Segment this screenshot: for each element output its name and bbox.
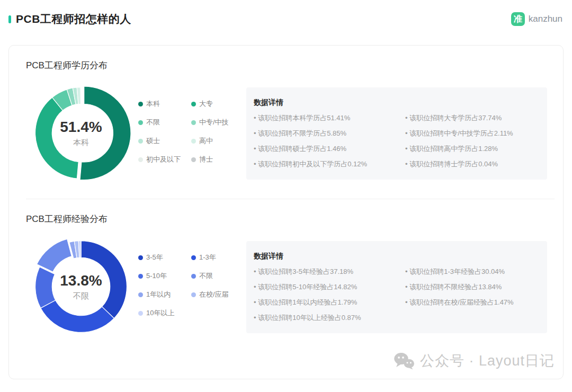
legend-item-中专/中技[interactable]: 中专/中技 (191, 118, 240, 127)
details-column: 该职位招聘大专学历占37.74%该职位招聘中专/中技学历占2.11%该职位招聘高… (405, 113, 513, 169)
donut-slice-不限[interactable] (37, 239, 72, 272)
detail-item: 该职位招聘硕士学历占1.46% (254, 144, 405, 154)
title-wrap: PCB工程师招怎样的人 (8, 12, 131, 26)
education-donut-chart[interactable]: 51.4% 本科 (30, 82, 132, 184)
legend-label: 1-3年 (199, 253, 216, 262)
legend-dot (191, 102, 196, 106)
detail-item: 该职位招聘3-5年经验占37.18% (254, 267, 405, 277)
watermark: 公众号 · Layout日记 (394, 351, 555, 370)
kanzhun-brand-text: kanzhun (529, 14, 562, 24)
education-donut-svg[interactable] (30, 82, 132, 184)
detail-item: 该职位招聘在校/应届经验占1.47% (405, 298, 514, 307)
legend-label: 不限 (146, 118, 160, 127)
detail-item: 该职位招聘1年以内经验占1.79% (254, 298, 405, 307)
details-column: 该职位招聘1-3年经验占30.04%该职位招聘不限经验占13.84%该职位招聘在… (405, 267, 514, 323)
kanzhun-logo-icon: 准 (511, 12, 525, 26)
detail-item: 该职位招聘博士学历占0.04% (405, 159, 513, 169)
detail-item: 该职位招聘5-10年经验占14.82% (254, 282, 405, 292)
legend-dot (191, 274, 196, 279)
experience-donut-svg[interactable] (30, 236, 132, 337)
legend-label: 大专 (199, 99, 213, 109)
legend-dot (138, 102, 143, 106)
legend-dot (138, 311, 143, 316)
experience-details-list: 该职位招聘3-5年经验占37.18%该职位招聘5-10年经验占14.82%该职位… (254, 267, 541, 323)
donut-slice-本科[interactable] (80, 86, 131, 180)
legend-dot (138, 274, 143, 279)
legend-dot (191, 292, 196, 297)
legend-dot (191, 120, 196, 125)
legend-item-大专[interactable]: 大专 (191, 99, 240, 109)
legend-label: 3-5年 (146, 253, 163, 262)
page-header: PCB工程师招怎样的人 准 kanzhun (0, 0, 572, 26)
legend-column: 3-5年5-10年1年以内10年以上 (138, 253, 187, 318)
legend-dot (191, 139, 196, 144)
education-section: PCB工程师学历分布 51.4% 本科 本科不限硕士初中及以下大专中专/中技高中… (9, 46, 563, 184)
experience-legend: 3-5年5-10年1年以内10年以上1-3年不限在校/应届 (138, 236, 243, 318)
legend-item-本科[interactable]: 本科 (138, 99, 187, 109)
legend-item-1年以内[interactable]: 1年以内 (138, 290, 187, 299)
experience-details-panel: 数据详情 该职位招聘3-5年经验占37.18%该职位招聘5-10年经验占14.8… (246, 241, 547, 333)
legend-item-不限[interactable]: 不限 (138, 118, 187, 127)
detail-item: 该职位招聘1-3年经验占30.04% (405, 267, 514, 277)
legend-dot (138, 255, 143, 260)
donut-slice-5-10年[interactable] (35, 267, 56, 308)
legend-label: 初中及以下 (146, 155, 181, 164)
education-details-list: 该职位招聘本科学历占51.41%该职位招聘不限学历占5.85%该职位招聘硕士学历… (254, 113, 541, 169)
legend-dot (138, 139, 143, 144)
legend-dot (138, 292, 143, 297)
donut-slice-大专[interactable] (35, 97, 79, 179)
legend-label: 10年以上 (146, 308, 174, 318)
details-column: 该职位招聘本科学历占51.41%该职位招聘不限学历占5.85%该职位招聘硕士学历… (254, 113, 405, 169)
title-accent-bar (8, 15, 11, 23)
legend-item-高中[interactable]: 高中 (191, 136, 240, 146)
wechat-icon (394, 352, 415, 370)
legend-label: 不限 (199, 271, 213, 281)
legend-item-初中及以下[interactable]: 初中及以下 (138, 155, 187, 164)
legend-item-博士[interactable]: 博士 (191, 155, 240, 164)
page-title: PCB工程师招怎样的人 (16, 12, 131, 26)
education-details-panel: 数据详情 该职位招聘本科学历占51.41%该职位招聘不限学历占5.85%该职位招… (246, 87, 547, 180)
education-legend: 本科不限硕士初中及以下大专中专/中技高中博士 (138, 82, 243, 164)
legend-dot (191, 157, 196, 162)
donut-slice-3-5年[interactable] (81, 241, 127, 318)
legend-item-硕士[interactable]: 硕士 (138, 136, 187, 146)
legend-label: 5-10年 (146, 271, 167, 281)
legend-label: 中专/中技 (199, 118, 229, 127)
legend-item-在校/应届[interactable]: 在校/应届 (191, 290, 240, 299)
legend-column: 1-3年不限在校/应届 (191, 253, 240, 318)
report-card: PCB工程师学历分布 51.4% 本科 本科不限硕士初中及以下大专中专/中技高中… (8, 45, 564, 379)
legend-item-10年以上[interactable]: 10年以上 (138, 308, 187, 318)
legend-item-1-3年[interactable]: 1-3年 (191, 253, 240, 262)
legend-column: 本科不限硕士初中及以下 (138, 99, 187, 164)
detail-item: 该职位招聘中专/中技学历占2.11% (405, 129, 513, 138)
legend-item-5-10年[interactable]: 5-10年 (138, 271, 187, 281)
legend-dot (138, 157, 143, 162)
legend-label: 高中 (199, 136, 213, 146)
watermark-text: 公众号 · Layout日记 (420, 351, 555, 370)
experience-section: PCB工程师经验分布 13.8% 不限 3-5年5-10年1年以内10年以上1-… (9, 199, 563, 337)
legend-label: 硕士 (146, 136, 160, 146)
experience-chart-row: 13.8% 不限 3-5年5-10年1年以内10年以上1-3年不限在校/应届 数… (26, 236, 547, 337)
detail-item: 该职位招聘初中及以下学历占0.12% (254, 159, 405, 169)
kanzhun-logo: 准 kanzhun (511, 12, 562, 26)
legend-item-不限[interactable]: 不限 (191, 271, 240, 281)
legend-label: 博士 (199, 155, 213, 164)
legend-column: 大专中专/中技高中博士 (191, 99, 240, 164)
detail-item: 该职位招聘10年以上经验占0.87% (254, 313, 405, 323)
legend-dot (191, 255, 196, 260)
legend-label: 在校/应届 (199, 290, 229, 299)
detail-item: 该职位招聘高中学历占1.28% (405, 144, 513, 154)
education-chart-row: 51.4% 本科 本科不限硕士初中及以下大专中专/中技高中博士 数据详情 该职位… (26, 82, 547, 184)
legend-label: 1年以内 (146, 290, 171, 299)
details-title: 数据详情 (254, 98, 541, 108)
legend-label: 本科 (146, 99, 160, 109)
detail-item: 该职位招聘不限经验占13.84% (405, 282, 514, 292)
details-title: 数据详情 (254, 252, 541, 261)
detail-item: 该职位招聘不限学历占5.85% (254, 129, 405, 138)
detail-item: 该职位招聘大专学历占37.74% (405, 113, 513, 123)
experience-section-title: PCB工程师经验分布 (26, 213, 547, 225)
education-section-title: PCB工程师学历分布 (26, 59, 547, 72)
legend-item-3-5年[interactable]: 3-5年 (138, 253, 187, 262)
legend-dot (138, 120, 143, 125)
experience-donut-chart[interactable]: 13.8% 不限 (30, 236, 132, 337)
